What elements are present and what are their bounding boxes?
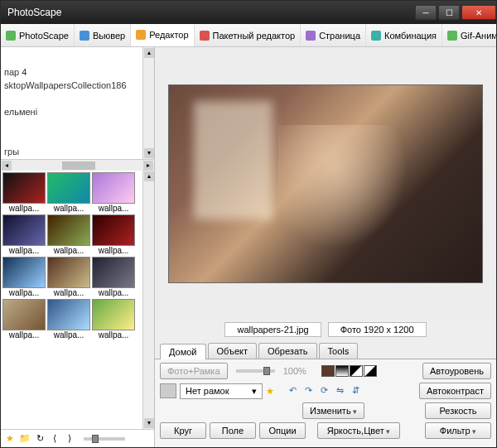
filename-label: wallpapers-21.jpg [224, 322, 321, 337]
scroll-up-icon[interactable]: ▴ [144, 48, 154, 58]
tab-gif[interactable]: Gif-Анимация [442, 24, 496, 46]
tree-item[interactable]: пар 4 [4, 65, 151, 79]
tab-editor[interactable]: Редактор [131, 24, 194, 47]
folder-tree[interactable]: пар 4 sktopWallpapersCollection186 ельме… [1, 47, 154, 159]
preset-swatches [321, 365, 377, 377]
app-title: PhotoScape [7, 7, 413, 18]
thumbnail[interactable]: wallpa... [2, 214, 46, 255]
brightness-color-button[interactable]: Яркость,Цвет [317, 422, 400, 439]
gif-icon [447, 31, 457, 41]
next-icon[interactable]: ⟩ [64, 433, 75, 445]
batch-icon [200, 31, 210, 41]
tree-item[interactable]: sktopWallpapersCollection186 [4, 79, 151, 92]
photoscape-icon [6, 31, 16, 41]
scroll-down-icon[interactable]: ▾ [144, 148, 154, 158]
autolevel-button[interactable]: Автоуровень [422, 363, 491, 379]
thumbnail[interactable]: wallpa... [2, 257, 46, 297]
field-button[interactable]: Поле [210, 422, 256, 439]
thumbnail-panel: wallpa... wallpa... wallpa... wallpa... … [1, 171, 154, 429]
thumbnail[interactable]: wallpa... [2, 299, 46, 340]
sidebar-toolbar: ★ 📁 ↻ ⟨ ⟩ [1, 429, 154, 447]
rotate-cw-icon[interactable]: ↷ [302, 385, 315, 397]
tab-batch[interactable]: Пакетный редактор [195, 24, 302, 46]
subtab-crop[interactable]: Обрезать [258, 343, 317, 359]
canvas[interactable] [155, 47, 496, 320]
thumbnail[interactable]: wallpa... [47, 214, 90, 255]
tab-page[interactable]: Страница [301, 24, 366, 46]
titlebar: PhotoScape ─ ☐ ✕ [1, 1, 496, 24]
frame-select[interactable]: Нет рамок▾ [180, 383, 263, 399]
dimensions-label: Фото 1920 x 1200 [328, 322, 427, 337]
autocontrast-button[interactable]: Автоконтраст [419, 383, 491, 399]
swatch-bw[interactable] [335, 365, 349, 377]
minimize-button[interactable]: ─ [415, 5, 437, 20]
tab-viewer[interactable]: Вьювер [75, 24, 131, 46]
subtab-home[interactable]: Домой [160, 344, 206, 359]
viewer-icon [80, 31, 89, 41]
thumbnail[interactable]: wallpa... [92, 172, 135, 213]
scroll-left-icon[interactable]: ◂ [2, 161, 12, 171]
editor-subtabs: Домой Объект Обрезать Tools [155, 339, 496, 359]
subtab-object[interactable]: Объект [208, 343, 257, 359]
thumbnail[interactable]: wallpa... [92, 257, 135, 297]
frame-preview [160, 383, 176, 398]
thumbnail[interactable]: wallpa... [2, 172, 46, 213]
scroll-up-icon[interactable]: ▴ [144, 171, 154, 181]
subtab-tools[interactable]: Tools [319, 343, 359, 359]
scroll-down-icon[interactable]: ▾ [144, 418, 154, 428]
main-tabbar: PhotoScape Вьювер Редактор Пакетный реда… [1, 24, 496, 47]
scroll-right-icon[interactable]: ▸ [143, 161, 153, 171]
maximize-button[interactable]: ☐ [438, 5, 460, 20]
star-icon[interactable]: ★ [4, 433, 16, 445]
sharpen-button[interactable]: Резкость [425, 402, 491, 419]
options-button[interactable]: Опции [259, 422, 306, 439]
tree-hscroll[interactable]: ◂ ▸ [1, 159, 154, 171]
chevron-down-icon: ▾ [252, 386, 257, 397]
thumbnail[interactable]: wallpa... [47, 172, 90, 213]
thumbnail[interactable]: wallpa... [47, 299, 90, 340]
filter-button[interactable]: Фильтр [425, 422, 491, 439]
editor-icon [136, 30, 146, 40]
swatch-invert[interactable] [364, 365, 377, 377]
rotate-ccw-icon[interactable]: ↶ [286, 385, 299, 397]
resize-button[interactable]: Изменить [302, 402, 364, 419]
circle-button[interactable]: Круг [160, 422, 206, 439]
flip-h-icon[interactable]: ⇋ [333, 385, 346, 397]
file-info-row: wallpapers-21.jpg Фото 1920 x 1200 [155, 320, 496, 339]
thumbnail[interactable]: wallpa... [92, 214, 135, 255]
thumb-size-slider[interactable] [84, 437, 125, 441]
sidebar: пар 4 sktopWallpapersCollection186 ельме… [1, 47, 155, 447]
flip-v-icon[interactable]: ⇵ [349, 385, 362, 397]
page-icon [306, 31, 316, 41]
tree-item[interactable]: ельмені [4, 105, 151, 118]
hscroll-thumb[interactable] [62, 161, 95, 170]
thumbnail[interactable]: wallpa... [47, 257, 90, 297]
close-button[interactable]: ✕ [461, 5, 496, 20]
thumbnail[interactable]: wallpa... [92, 299, 135, 340]
tree-item[interactable]: гры [4, 145, 151, 158]
editor-panel: Фото+Рамка 100% Автоуровень Нет рамок▾ [155, 359, 496, 447]
opacity-slider[interactable] [236, 369, 275, 373]
photo-preview [168, 84, 483, 283]
rotate-icon[interactable]: ⟳ [317, 385, 331, 397]
opacity-value: 100% [283, 366, 306, 376]
swatch-sepia[interactable] [321, 365, 335, 377]
refresh-icon[interactable]: ↻ [34, 433, 46, 445]
transform-icons: ↶ ↷ ⟳ ⇋ ⇵ [286, 385, 362, 397]
combine-icon [371, 31, 381, 41]
favorite-icon[interactable]: ★ [266, 386, 274, 397]
tab-combine[interactable]: Комбинация [366, 24, 442, 46]
folder-icon[interactable]: 📁 [19, 433, 31, 445]
swatch-contrast[interactable] [350, 365, 363, 377]
photo-frame-button[interactable]: Фото+Рамка [160, 363, 228, 379]
prev-icon[interactable]: ⟨ [49, 433, 60, 445]
main-area: wallpapers-21.jpg Фото 1920 x 1200 Домой… [155, 47, 496, 447]
tree-vscroll[interactable]: ▴ ▾ [142, 47, 154, 159]
tab-photoscape[interactable]: PhotoScape [1, 24, 75, 46]
thumbs-vscroll[interactable]: ▴ ▾ [142, 171, 154, 429]
